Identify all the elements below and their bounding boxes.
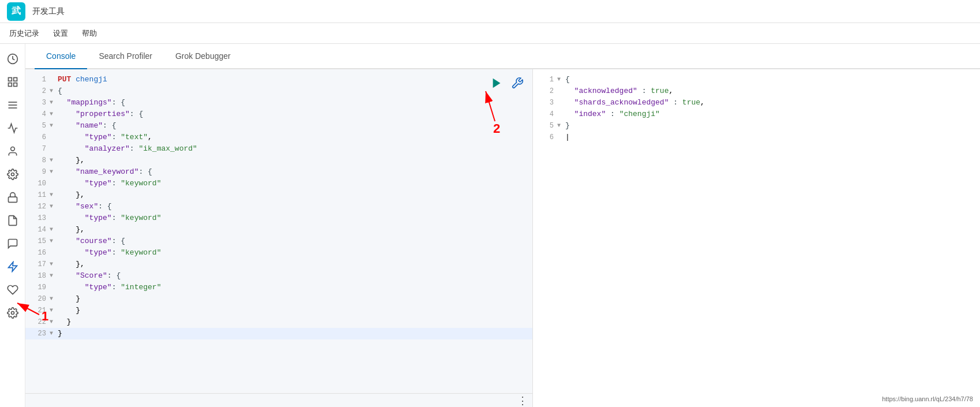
editor-right: 1 ▼ { 2 "acknowledged" : true, 3	[533, 69, 980, 407]
sidebar	[0, 44, 25, 407]
svg-point-9	[11, 173, 14, 176]
code-line-6: 6 "type": "text",	[25, 132, 532, 143]
output-line-1: 1 ▼ {	[533, 74, 980, 85]
svg-marker-11	[8, 262, 17, 272]
sidebar-icon-chart[interactable]	[2, 118, 23, 139]
menu-history[interactable]: 历史记录	[9, 28, 39, 39]
sidebar-icon-lock[interactable]	[2, 187, 23, 208]
url-bar: https://bing.uann.rl/qL/234/h7/78	[882, 395, 973, 402]
app-logo: 武	[7, 2, 25, 21]
main-layout: Console Search Profiler Grok Debugger	[0, 44, 980, 407]
content-area: Console Search Profiler Grok Debugger	[25, 44, 980, 407]
output-line-5: 5 ▼ }	[533, 120, 980, 132]
svg-rect-2	[13, 78, 17, 81]
svg-point-8	[10, 147, 14, 151]
svg-point-12	[11, 312, 14, 315]
code-line-3: 3 ▼ "mappings": {	[25, 97, 532, 109]
svg-marker-13	[493, 79, 501, 88]
menu-settings[interactable]: 设置	[53, 28, 68, 39]
sidebar-icon-doc[interactable]	[2, 210, 23, 231]
tab-console[interactable]: Console	[35, 44, 87, 69]
editor-toolbar	[489, 75, 525, 91]
menu-help[interactable]: 帮助	[82, 28, 97, 39]
run-button[interactable]	[489, 75, 505, 91]
sidebar-icon-settings2[interactable]	[2, 164, 23, 185]
code-line-13: 13 "type": "keyword"	[25, 212, 532, 224]
top-bar: 武 开发工具	[0, 0, 980, 23]
code-line-11: 11 ▼ },	[25, 189, 532, 201]
sidebar-icon-person[interactable]	[2, 141, 23, 162]
sidebar-icon-comment[interactable]	[2, 233, 23, 254]
editor-bottom: ⋮	[25, 393, 532, 407]
wrench-button[interactable]	[509, 75, 525, 91]
code-line-5: 5 ▼ "name": {	[25, 120, 532, 132]
code-line-10: 10 "type": "keyword"	[25, 178, 532, 189]
sidebar-icon-gear[interactable]	[2, 303, 23, 323]
code-line-1: 1 PUT chengji	[25, 74, 532, 85]
sidebar-icon-heart[interactable]	[2, 279, 23, 300]
code-line-23: 23 ▼ }	[25, 328, 532, 339]
code-line-17: 17 ▼ },	[25, 259, 532, 270]
code-line-7: 7 "analyzer": "ik_max_word"	[25, 143, 532, 155]
editor-left: 1 PUT chengji 2 ▼ { 3 ▼ "mappings":	[25, 69, 533, 407]
svg-rect-4	[13, 83, 17, 87]
code-line-21: 21 ▼ }	[25, 305, 532, 316]
code-line-9: 9 ▼ "name_keyword": {	[25, 166, 532, 178]
output-line-4: 4 "index" : "chengji"	[533, 109, 980, 120]
sidebar-icon-list[interactable]	[2, 95, 23, 115]
code-line-16: 16 "type": "keyword"	[25, 247, 532, 259]
output-line-2: 2 "acknowledged" : true,	[533, 85, 980, 97]
editor-area: 1 PUT chengji 2 ▼ { 3 ▼ "mappings":	[25, 69, 980, 407]
code-line-20: 20 ▼ }	[25, 293, 532, 305]
menu-bar: 历史记录 设置 帮助	[0, 23, 980, 44]
code-line-4: 4 ▼ "properties": {	[25, 109, 532, 120]
more-options-button[interactable]: ⋮	[517, 394, 528, 407]
svg-rect-3	[8, 83, 12, 87]
code-line-18: 18 ▼ "Score": {	[25, 270, 532, 282]
tabs: Console Search Profiler Grok Debugger	[25, 44, 980, 69]
code-line-15: 15 ▼ "course": {	[25, 236, 532, 247]
svg-rect-1	[8, 78, 12, 81]
tab-search-profiler[interactable]: Search Profiler	[87, 44, 164, 69]
svg-rect-10	[8, 197, 17, 202]
sidebar-icon-dashboard[interactable]	[2, 72, 23, 92]
code-line-14: 14 ▼ },	[25, 224, 532, 236]
output-line-6: 6 |	[533, 132, 980, 143]
code-line-22: 22 ▼ }	[25, 316, 532, 328]
code-line-19: 19 "type": "integer"	[25, 282, 532, 293]
tab-grok-debugger[interactable]: Grok Debugger	[164, 44, 242, 69]
code-line-2: 2 ▼ {	[25, 85, 532, 97]
sidebar-icon-lightning[interactable]	[2, 256, 23, 277]
output-line-3: 3 "shards_acknowledged" : true,	[533, 97, 980, 109]
output-editor: 1 ▼ { 2 "acknowledged" : true, 3	[533, 69, 980, 407]
code-editor[interactable]: 1 PUT chengji 2 ▼ { 3 ▼ "mappings":	[25, 69, 532, 393]
code-line-12: 12 ▼ "sex": {	[25, 201, 532, 212]
code-line-8: 8 ▼ },	[25, 155, 532, 166]
sidebar-icon-clock[interactable]	[2, 48, 23, 69]
app-title: 开发工具	[32, 6, 65, 17]
